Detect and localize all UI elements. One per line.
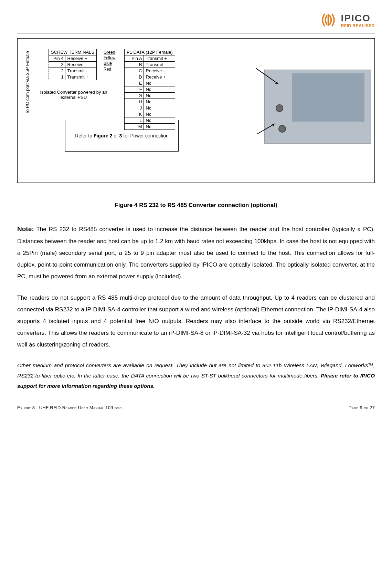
footer-left: Exhibit 8 - UHF RFID Reader User Manual … (17, 405, 122, 410)
p1-data-header: P1 DATA (12P Female) (125, 49, 175, 55)
footer-rule (17, 402, 375, 402)
pc-port-side-label: To PC com port via 25P Female (25, 51, 30, 114)
connector-icon (278, 125, 286, 133)
footer-right: Page 9 of 27 (349, 405, 375, 410)
screw-terminals-header: SCREW TERMINALS (49, 49, 97, 55)
page-footer: Exhibit 8 - UHF RFID Reader User Manual … (17, 405, 375, 414)
rfid-wave-icon (319, 10, 338, 31)
body-paragraph-3: Other medium and protocol converters are… (17, 360, 375, 392)
note-paragraph: Note: The RS 232 to RS485 converter is u… (17, 223, 375, 282)
screw-terminals-table: SCREW TERMINALS Pin 4Receive + 3Receive … (49, 49, 97, 80)
reader-enclosure-photo (264, 70, 371, 144)
page-header: IPICO RFID REALISED (17, 10, 375, 31)
logo: IPICO RFID REALISED (319, 10, 375, 31)
power-reference-box: Refer to Figure 2 or 3 for Power connect… (65, 120, 179, 152)
figure-caption: Figure 4 RS 232 to RS 485 Converter conn… (17, 202, 375, 209)
note-label: Note: (17, 225, 34, 232)
p1-data-table: P1 DATA (12P Female) Pin ATransmit + BTr… (124, 49, 175, 130)
wire-color-labels: Green Yellow Blue Red (104, 50, 115, 72)
arrow-icon (256, 68, 279, 84)
svg-rect-0 (328, 14, 329, 26)
logo-text: IPICO (341, 13, 375, 23)
arrow-icon (257, 123, 275, 134)
body-paragraph-2: The readers do not support a RS 485 mult… (17, 292, 375, 351)
wiring-diagram: To PC com port via 25P Female SCREW TERM… (17, 38, 375, 183)
logo-tagline: RFID REALISED (341, 24, 375, 28)
connector-icon (276, 104, 283, 112)
header-rule (17, 33, 375, 33)
psu-caption: Isolated Converter powered by an externa… (34, 90, 113, 100)
